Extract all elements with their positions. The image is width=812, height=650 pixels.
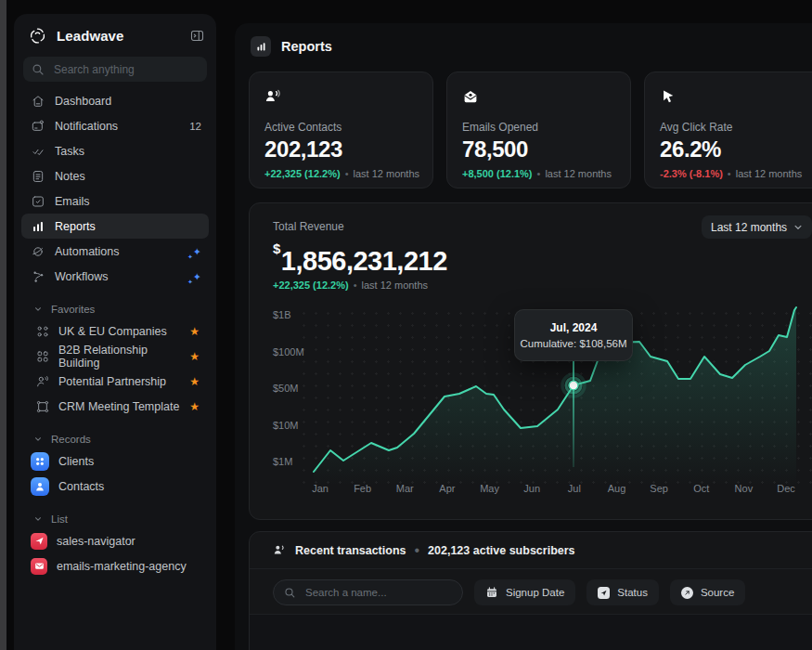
stat-change: +22,325 (12.2%): [264, 168, 341, 179]
users-icon: [264, 88, 281, 105]
list-item-label: UK & EU Companies: [58, 325, 167, 338]
stat-label: Avg Click Rate: [660, 121, 812, 134]
sidebar-item-emails[interactable]: Emails: [21, 188, 209, 214]
records-section-header[interactable]: Records: [14, 430, 216, 448]
sidebar-item-reports[interactable]: Reports: [21, 214, 209, 239]
grid-squares-icon: [35, 349, 50, 364]
sidebar-item-emails-marketing-agency[interactable]: emails-marketing-agency: [21, 553, 209, 578]
cursor-icon: [660, 88, 677, 105]
sidebar-item-tasks[interactable]: Tasks: [21, 138, 209, 163]
sidebar-item-potential-partnership[interactable]: Potential Partnership ★: [21, 369, 209, 394]
sidebar-item-b2b-relationship[interactable]: B2B Relationship Building ★: [21, 344, 209, 369]
leadwave-logo-icon: [28, 26, 47, 46]
sidebar-item-workflows[interactable]: Workflows ✦✦: [21, 264, 209, 289]
mail-open-icon: [462, 88, 479, 105]
filter-label: Signup Date: [506, 587, 564, 598]
stat-card-avg-click-rate[interactable]: Avg Click Rate 26.2% -2.3% (-8.1%) • las…: [644, 72, 812, 188]
active-subscribers-count: 202,123 active subscribers: [428, 544, 574, 557]
notifications-count-badge: 12: [189, 121, 201, 132]
clients-grid-icon: [31, 452, 49, 471]
sidebar-search[interactable]: [23, 57, 207, 82]
y-tick-label: $10M: [273, 420, 299, 431]
star-icon[interactable]: ★: [189, 326, 200, 337]
list-item-label: CRM Meeting Template: [58, 400, 179, 413]
sidebar-item-crm-meeting-template[interactable]: CRM Meeting Template ★: [21, 394, 209, 419]
transactions-header: Recent transactions • 202,123 active sub…: [250, 532, 812, 569]
sidebar-item-dashboard[interactable]: Dashboard: [21, 88, 209, 113]
tooltip-title: Jul, 2024: [550, 321, 598, 334]
stat-period: last 12 months: [354, 168, 420, 179]
contacts-person-icon: [31, 477, 49, 496]
users-icon: [273, 543, 287, 557]
chevron-down-icon: [33, 305, 43, 314]
sidebar-item-label: Automations: [55, 245, 119, 258]
list-section-header[interactable]: List: [14, 510, 216, 528]
email-tray-icon: [31, 194, 45, 209]
star-icon[interactable]: ★: [189, 351, 200, 362]
ai-sparkle-icon: ✦✦: [188, 245, 201, 258]
name-search[interactable]: [273, 579, 463, 605]
sidebar-item-label: Reports: [55, 220, 96, 233]
filter-label: Status: [617, 587, 648, 598]
sidebar-nav: Dashboard Notifications 12 Tasks Notes E…: [14, 88, 216, 289]
automation-swirl-icon: [31, 244, 45, 259]
main-panel: Reports Active Contacts 202,123 +22,325 …: [235, 23, 812, 650]
page-title: Reports: [281, 39, 332, 54]
reports-page-icon: [251, 36, 271, 57]
favorites-section-header[interactable]: Favorites: [14, 300, 216, 318]
sidebar-item-label: Tasks: [55, 145, 84, 158]
sidebar-section-favorites: Favorites UK & EU Companies ★ B2B Relati…: [14, 300, 216, 419]
sidebar-item-notifications[interactable]: Notifications 12: [21, 113, 209, 138]
star-icon[interactable]: ★: [189, 401, 200, 412]
y-tick-label: $1M: [273, 456, 292, 467]
star-icon[interactable]: ★: [189, 376, 200, 387]
person-wave-icon: [35, 374, 50, 389]
send-icon: [598, 587, 610, 599]
section-title: Favorites: [51, 304, 95, 315]
status-filter-button[interactable]: Status: [586, 579, 659, 605]
sidebar-item-automations[interactable]: Automations ✦✦: [21, 239, 209, 264]
revenue-change: +22,325 (12.2%): [273, 280, 349, 291]
sidebar-item-sales-navigator[interactable]: sales-navigator: [21, 528, 209, 553]
sidebar-item-label: Notes: [55, 170, 85, 183]
source-arrow-icon: [681, 587, 693, 599]
stat-card-emails-opened[interactable]: Emails Opened 78,500 +8,500 (12.1%) • la…: [446, 72, 631, 188]
sidebar-header: Leadwave: [28, 24, 205, 46]
dot-separator: •: [354, 280, 357, 291]
transactions-title: Recent transactions: [295, 544, 406, 557]
recent-transactions-card: Recent transactions • 202,123 active sub…: [249, 531, 812, 650]
tooltip-value: Cumulative: $108,56M: [520, 338, 626, 349]
list-item-label: sales-navigator: [57, 535, 135, 548]
dot-separator: •: [414, 542, 419, 559]
chevron-down-icon: [33, 514, 43, 524]
range-label: Last 12 months: [711, 221, 787, 234]
sidebar-collapse-icon[interactable]: [189, 28, 205, 44]
sidebar-item-label: Emails: [55, 195, 90, 208]
stat-change: -2.3% (-8.1%): [660, 168, 723, 179]
signup-date-filter-button[interactable]: Signup Date: [474, 579, 575, 605]
sidebar-search-input[interactable]: [52, 62, 199, 77]
network-nodes-icon: [35, 399, 50, 414]
stat-card-active-contacts[interactable]: Active Contacts 202,123 +22,325 (12.2%) …: [249, 72, 433, 188]
stat-period: last 12 months: [736, 168, 803, 179]
chevron-down-icon: [33, 435, 43, 444]
date-range-selector[interactable]: Last 12 months: [702, 215, 812, 239]
sidebar-section-records: Records Clients Contacts: [14, 430, 216, 499]
sidebar-item-label: Notifications: [55, 120, 118, 133]
sidebar-item-contacts[interactable]: Contacts: [21, 474, 209, 499]
stat-change: +8,500 (12.1%): [462, 168, 533, 179]
filter-label: Source: [701, 587, 734, 598]
chevron-down-icon: [793, 223, 803, 232]
navigator-pin-icon: [31, 533, 47, 550]
sidebar-item-notes[interactable]: Notes: [21, 163, 209, 188]
revenue-label: Total Revenue: [273, 220, 344, 233]
sidebar: Leadwave Dashboard Notifications 12 Task…: [14, 14, 216, 650]
revenue-value: $1,856,231,212: [273, 240, 447, 277]
notes-icon: [31, 169, 45, 184]
y-tick-label: $1B: [273, 309, 291, 320]
name-search-input[interactable]: [303, 586, 452, 599]
sidebar-item-uk-eu-companies[interactable]: UK & EU Companies ★: [21, 318, 209, 344]
source-filter-button[interactable]: Source: [670, 579, 745, 605]
sidebar-item-clients[interactable]: Clients: [21, 448, 209, 474]
stat-label: Active Contacts: [264, 121, 418, 134]
